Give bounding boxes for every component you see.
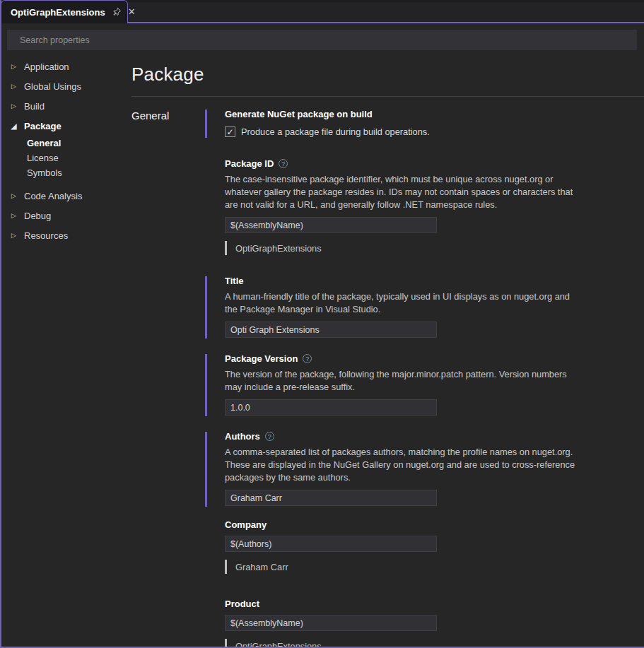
sidebar-item-label: Debug xyxy=(24,211,51,221)
sidebar-item-label: Resources xyxy=(24,230,68,241)
evaluated-value: OptiGraphExtensions xyxy=(225,639,644,647)
sidebar-item-label: Package xyxy=(24,121,62,131)
sidebar-item-package[interactable]: ◢ Package xyxy=(1,116,130,136)
setting-description: A comma-separated list of packages autho… xyxy=(225,446,578,484)
sidebar-item-global-usings[interactable]: ▷ Global Usings xyxy=(1,76,130,96)
tab-title: OptiGraphExtensions xyxy=(11,7,105,18)
setting-group-package-version: Package Version ? The version of the pac… xyxy=(205,353,644,416)
sidebar-item-label: Global Usings xyxy=(24,81,81,92)
product-input[interactable] xyxy=(225,615,437,631)
page-title: Package xyxy=(131,64,644,86)
sidebar-nav: ▷ Application ▷ Global Usings ▷ Build ◢ … xyxy=(1,57,130,245)
title-input[interactable] xyxy=(225,322,437,338)
sidebar-item-label: Code Analysis xyxy=(24,191,82,201)
main-content: Package General Generate NuGet package o… xyxy=(131,57,644,647)
expander-icon[interactable]: ▷ xyxy=(10,212,18,219)
expander-icon[interactable]: ▷ xyxy=(10,192,18,199)
checkbox-label: Produce a package file during build oper… xyxy=(241,126,430,137)
package-version-input[interactable] xyxy=(225,399,437,416)
setting-group-generate-nuget-package: Generate NuGet package on build ✓ Produc… xyxy=(205,109,644,137)
sidebar-item-label: License xyxy=(27,153,59,163)
sidebar-item-package-symbols[interactable]: Symbols xyxy=(1,165,130,180)
authors-input[interactable] xyxy=(225,490,437,506)
expander-icon[interactable]: ▷ xyxy=(10,232,18,239)
title-separator xyxy=(131,96,644,97)
pin-icon[interactable] xyxy=(112,6,122,18)
sidebar-item-label: Application xyxy=(24,61,69,72)
setting-description: The case-insensitive package identifier,… xyxy=(225,173,578,211)
sidebar-item-package-general[interactable]: General xyxy=(1,136,130,151)
sidebar-item-resources[interactable]: ▷ Resources xyxy=(1,225,130,245)
tab-accent-line xyxy=(128,22,644,23)
setting-label: Generate NuGet package on build xyxy=(225,109,644,119)
sidebar-item-build[interactable]: ▷ Build xyxy=(1,96,130,116)
evaluated-value: OptiGraphExtensions xyxy=(225,241,644,255)
setting-group-company: Company Graham Carr xyxy=(205,519,644,574)
sidebar-item-code-analysis[interactable]: ▷ Code Analysis xyxy=(1,186,130,206)
help-icon[interactable]: ? xyxy=(279,159,288,168)
package-id-input[interactable] xyxy=(225,217,437,233)
setting-label: Company xyxy=(225,519,644,530)
sidebar-item-application[interactable]: ▷ Application xyxy=(1,57,130,76)
section-label-general: General xyxy=(131,109,205,647)
expander-icon[interactable]: ▷ xyxy=(10,63,18,70)
search-input[interactable] xyxy=(7,30,637,50)
evaluated-value: Graham Carr xyxy=(225,560,644,574)
setting-label: Package ID ? xyxy=(225,158,644,169)
sidebar-item-label: Build xyxy=(24,101,45,112)
company-input[interactable] xyxy=(225,536,437,552)
help-icon[interactable]: ? xyxy=(265,432,274,441)
window-accent-border-left xyxy=(0,0,1,648)
project-properties-window: OptiGraphExtensions ✕ ▷ Application ▷ Gl… xyxy=(0,0,644,648)
setting-label: Authors ? xyxy=(225,431,644,442)
setting-label: Title xyxy=(225,276,644,286)
sidebar-item-package-license[interactable]: License xyxy=(1,151,130,165)
setting-description: The version of the package, following th… xyxy=(225,368,578,394)
setting-group-product: Product OptiGraphExtensions xyxy=(205,599,644,647)
expander-icon[interactable]: ▷ xyxy=(10,83,18,90)
setting-group-package-id: Package ID ? The case-insensitive packag… xyxy=(205,158,644,255)
sidebar-item-label: Symbols xyxy=(27,167,62,178)
expander-icon[interactable]: ▷ xyxy=(10,102,18,110)
tab-strip: OptiGraphExtensions ✕ xyxy=(0,0,644,23)
setting-group-authors: Authors ? A comma-separated list of pack… xyxy=(205,431,644,506)
generate-package-checkbox[interactable]: ✓ xyxy=(225,126,235,137)
sidebar-item-debug[interactable]: ▷ Debug xyxy=(1,206,130,225)
setting-group-title: Title A human-friendly title of the pack… xyxy=(205,276,644,338)
setting-label: Package Version ? xyxy=(225,353,644,364)
close-icon[interactable]: ✕ xyxy=(128,6,136,18)
expander-icon[interactable]: ◢ xyxy=(10,122,18,130)
setting-description: A human-friendly title of the package, t… xyxy=(225,290,578,316)
tab-optigraphextensions[interactable]: OptiGraphExtensions ✕ xyxy=(1,0,128,23)
setting-label: Product xyxy=(225,599,644,609)
help-icon[interactable]: ? xyxy=(303,354,312,363)
sidebar-item-label: General xyxy=(27,138,61,148)
